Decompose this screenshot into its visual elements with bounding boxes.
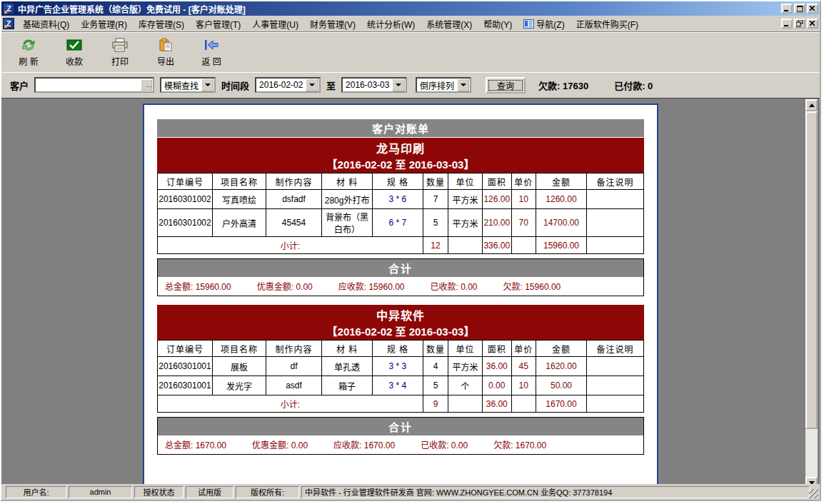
column-header: 单位 xyxy=(448,173,483,190)
to-label: 至 xyxy=(326,79,336,92)
scrollbar-thumb[interactable] xyxy=(805,111,818,429)
subtotal-cell: 1670.00 xyxy=(536,395,587,413)
menu-item-label: 正版软件购买(F) xyxy=(576,18,638,30)
table-cell: 45 xyxy=(511,357,536,376)
child-close-button[interactable] xyxy=(807,19,818,29)
menu-item[interactable]: 帮助(Y) xyxy=(478,16,518,32)
table-header-row: 订单编号项目名称制作内容材 料规 格数量单位面积单价金额备注说明 xyxy=(158,173,644,190)
scroll-up-button[interactable] xyxy=(805,99,818,111)
close-button[interactable] xyxy=(807,4,818,14)
toolbar-button-refresh[interactable]: 刷 新 xyxy=(6,34,51,70)
column-header: 单位 xyxy=(448,341,483,357)
toolbar-button-receive-payment[interactable]: 收款 xyxy=(51,34,97,70)
minimize-button[interactable] xyxy=(781,4,793,14)
column-header: 数量 xyxy=(423,341,448,357)
table-cell: 1620.00 xyxy=(536,357,587,376)
table-cell: 3 * 6 xyxy=(372,190,423,209)
menu-item[interactable]: 人事管理(U) xyxy=(246,16,304,32)
menu-item[interactable]: 客户管理(T) xyxy=(190,16,246,32)
customer-section-header: 中异软件【2016-02-02 至 2016-03-03】 xyxy=(157,305,644,340)
period-label: 时间段 xyxy=(221,79,249,92)
table-cell: 背景布（黑白布） xyxy=(322,209,373,237)
toolbar-button-export[interactable]: 导出 xyxy=(143,34,189,70)
report-statements: 龙马印刷【2016-02-02 至 2016-03-03】订单编号项目名称制作内… xyxy=(157,138,644,455)
title-bar: Z 中异广告企业管理系统（综合版）免费试用 - [客户对账处理] xyxy=(1,1,820,16)
child-minimize-button[interactable] xyxy=(781,19,793,29)
scrollbar-track[interactable] xyxy=(805,429,818,477)
menu-item[interactable]: 业务管理(R) xyxy=(75,16,133,32)
toolbar-button-back[interactable]: 返 回 xyxy=(189,34,234,70)
chevron-down-icon[interactable] xyxy=(306,79,318,91)
status-auth-label: 授权状态 xyxy=(134,486,184,498)
refresh-icon xyxy=(21,37,36,53)
chevron-down-icon[interactable] xyxy=(392,79,405,91)
table-cell: 14700.00 xyxy=(536,209,587,237)
table-cell: 0.00 xyxy=(482,376,511,395)
table-row[interactable]: 20160301002户外高清45454背景布（黑白布）6 * 75平方米210… xyxy=(158,209,644,237)
customer-lookup-button[interactable]: … xyxy=(141,79,152,91)
column-header: 订单编号 xyxy=(158,173,213,190)
search-mode-combobox[interactable]: 模糊查找 xyxy=(160,77,216,93)
table-cell xyxy=(587,376,644,395)
summary-item: 应收款: 1670.00 xyxy=(333,438,395,450)
customer-input[interactable] xyxy=(36,79,141,91)
summary-item: 应收款: 15960.00 xyxy=(338,280,405,292)
menu-item-label: 人事管理(U) xyxy=(252,18,298,30)
menu-item[interactable]: 系统管理(X) xyxy=(421,16,478,32)
table-cell: 280g外打布 xyxy=(322,190,373,209)
table-cell xyxy=(587,209,644,237)
query-button[interactable]: 查询 xyxy=(486,77,526,94)
table-cell: 10 xyxy=(511,190,536,209)
column-header: 材 料 xyxy=(322,173,373,190)
menu-item[interactable]: 统计分析(W) xyxy=(361,16,421,32)
toolbar-button-print[interactable]: 打印 xyxy=(97,34,143,70)
table-cell: 单孔透 xyxy=(322,357,373,376)
back-icon xyxy=(204,37,219,53)
summary-item: 优惠金额: 0.00 xyxy=(252,438,308,450)
subtotal-row: 小计:12336.0015960.00 xyxy=(158,237,644,254)
menu-bar: Z 基础资料(Q)业务管理(R)库存管理(S)客户管理(T)人事管理(U)财务管… xyxy=(1,16,820,32)
status-username-value: admin xyxy=(69,486,132,498)
column-header: 规 格 xyxy=(372,341,423,357)
status-auth-value: 试用版 xyxy=(186,486,233,498)
chevron-down-icon[interactable] xyxy=(201,79,213,91)
summary-title-bar: 合计 xyxy=(158,418,643,435)
summary-block: 合计总金额: 15960.00优惠金额: 0.00应收款: 15960.00已收… xyxy=(157,258,644,296)
summary-item: 欠款: 1670.00 xyxy=(493,438,546,450)
menu-item[interactable]: 库存管理(S) xyxy=(133,16,190,32)
statement-table: 订单编号项目名称制作内容材 料规 格数量单位面积单价金额备注说明20160301… xyxy=(157,173,644,254)
table-cell: 45454 xyxy=(266,209,321,237)
table-cell: 户外高清 xyxy=(212,209,266,237)
menu-item[interactable]: 基础资料(Q) xyxy=(17,16,75,32)
application-window: Z 中异广告企业管理系统（综合版）免费试用 - [客户对账处理] Z 基础资料(… xyxy=(0,0,821,501)
maximize-button[interactable] xyxy=(794,4,805,14)
date-from-combobox[interactable]: 2016-02-02 xyxy=(255,77,321,93)
table-cell: 发光字 xyxy=(212,376,266,395)
vertical-scrollbar[interactable] xyxy=(805,99,818,489)
column-header: 规 格 xyxy=(372,173,423,190)
summary-item: 已收款: 0.00 xyxy=(431,280,478,292)
subtotal-cell: 336.00 xyxy=(482,237,511,254)
customer-name: 龙马印刷 xyxy=(157,139,644,156)
child-window-icon: Z xyxy=(3,18,14,29)
resize-grip[interactable] xyxy=(809,489,818,498)
nav-grid-icon xyxy=(523,19,534,29)
menu-item[interactable]: 导航(Z) xyxy=(518,16,570,32)
child-restore-button[interactable] xyxy=(794,19,805,29)
arrow-up-icon xyxy=(809,101,815,107)
menu-item[interactable]: 正版软件购买(F) xyxy=(571,16,644,32)
status-bar: 用户名:admin授权状态试用版版权所有:中异软件 - 行业管理软件研发商 官网… xyxy=(1,484,820,500)
sort-order-combobox[interactable]: 倒序排列 xyxy=(416,77,471,93)
subtotal-cell: 12 xyxy=(423,237,448,254)
date-to-combobox[interactable]: 2016-03-03 xyxy=(341,77,407,93)
table-row[interactable]: 20160301001发光字asdf箱子3 * 45个0.001050.00 xyxy=(158,376,644,395)
chevron-down-icon[interactable] xyxy=(457,79,469,91)
sort-order-value: 倒序排列 xyxy=(417,79,457,91)
table-row[interactable]: 20160301001展板df单孔透3 * 34平方米36.00451620.0… xyxy=(158,357,644,376)
table-cell: 6 * 7 xyxy=(372,209,423,237)
toolbar: 刷 新收款打印导出返 回 xyxy=(1,32,820,73)
summary-item: 总金额: 15960.00 xyxy=(165,280,231,292)
menu-item[interactable]: 财务管理(V) xyxy=(304,16,361,32)
table-cell: 7 xyxy=(423,190,448,209)
table-row[interactable]: 20160301002写真喷绘dsfadf280g外打布3 * 67平方米126… xyxy=(158,190,644,209)
